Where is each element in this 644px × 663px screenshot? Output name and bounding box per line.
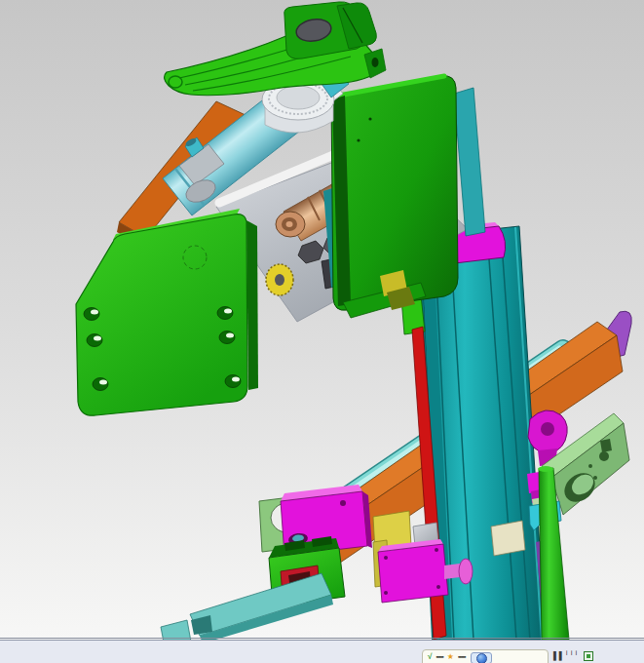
ime-check-icon[interactable]: √ [428,652,432,661]
tray-square-icon[interactable] [584,651,593,661]
globe-icon [476,653,487,663]
ime-star-icon[interactable]: ★ [447,652,454,661]
ime-popup[interactable]: √ ▪▪▪▪▪ ★ ▪▪▪▪▪ [422,649,549,663]
block-cream[interactable] [491,521,525,556]
3d-viewport[interactable]: ▪▪▪▪▪▪▪▪ [0,0,644,640]
ime-item1-label[interactable]: ▪▪▪▪▪ [436,652,442,661]
ime-tray-area[interactable]: ▌▌╵╵╵ [553,651,593,661]
mini-actuator[interactable] [378,539,448,603]
ime-mode-glyphs[interactable]: ▌▌╵╵╵ [553,651,579,660]
ime-item2-label[interactable]: ▪▪▪▪▪ [458,652,465,661]
ime-globe-button[interactable] [471,652,492,663]
timing-gear[interactable] [266,264,293,295]
cad-window: ▪▪▪▪▪▪▪▪ [0,0,644,663]
